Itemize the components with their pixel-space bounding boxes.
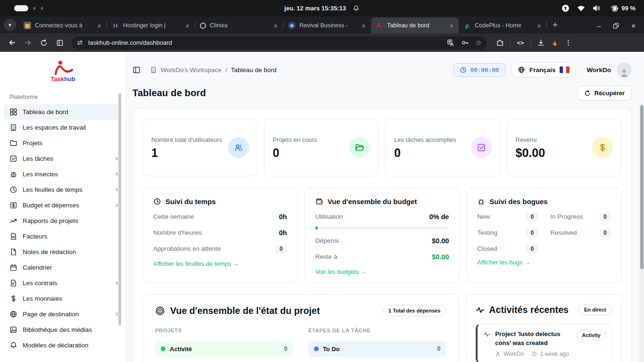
forward-button[interactable] — [21, 36, 35, 50]
reload-button[interactable] — [37, 36, 51, 50]
time-tracker-widget[interactable]: 00:00:00 — [453, 63, 505, 77]
stat-card-revenue: Revenu $0.00 — [507, 119, 622, 176]
tab-title: Connectez-vous à — [35, 22, 92, 29]
volume-icon[interactable] — [593, 5, 601, 12]
url-text[interactable]: taskhub-online.com/dashboard — [88, 39, 447, 46]
browser-tab[interactable]: ◉ Revival Business - × — [283, 17, 371, 33]
green-dot — [161, 346, 165, 351]
window-minimize-button[interactable]: – — [597, 22, 601, 30]
folder-icon — [9, 139, 17, 147]
tab-close-icon[interactable]: × — [272, 22, 279, 30]
browser-menu-icon[interactable] — [565, 39, 572, 46]
address-bar[interactable]: taskhub-online.com/dashboard ☆ — [72, 36, 487, 49]
flame-extension-icon[interactable] — [551, 39, 559, 47]
sidebar-item-bugs[interactable]: Les insectes — [0, 166, 126, 182]
sidebar-item-dashboard[interactable]: Tableau de bord — [4, 104, 122, 120]
sidebar-item-workspaces[interactable]: Les espaces de travail — [0, 120, 126, 135]
reading-mode-icon[interactable] — [53, 36, 67, 50]
user-name[interactable]: WorkDo — [586, 66, 611, 74]
password-key-icon[interactable] — [461, 39, 469, 47]
breadcrumb-workspace[interactable]: WorkDo's Workspace — [161, 66, 222, 74]
browser-tab-active[interactable]: Tableau de bord × — [371, 17, 459, 33]
bug-icon — [9, 170, 17, 178]
window-close-button[interactable]: × — [631, 22, 636, 30]
browser-tab-strip: ▼ ▣ Connectez-vous à × H Hostinger login… — [0, 16, 644, 33]
sidebar-item-currencies[interactable]: Les monnaies — [0, 291, 126, 306]
scrollbar-thumb[interactable] — [640, 105, 644, 269]
stat-card-tasks-done: Les tâches accomplies 0 — [385, 119, 501, 176]
app-logo[interactable]: Taskhub — [0, 52, 126, 85]
sidebar-toggle-icon[interactable] — [132, 66, 140, 74]
wifi-icon[interactable] — [577, 5, 585, 12]
image-icon — [9, 326, 17, 334]
window-restore-button[interactable] — [613, 23, 619, 29]
tab-title: Hostinger login | — [123, 22, 180, 29]
browser-tab[interactable]: ρ CodePlus - Home × — [459, 17, 546, 33]
language-selector[interactable]: Français — [511, 62, 577, 77]
refresh-icon — [584, 90, 591, 97]
timer-clock-icon — [460, 66, 467, 74]
blue-dot — [314, 346, 319, 351]
extensions-puzzle-icon[interactable] — [496, 39, 504, 47]
total-badge: 1 Total des dépenses — [383, 305, 446, 316]
view-budgets-link[interactable]: Voir les budgets → — [315, 268, 367, 275]
page-scrollbar[interactable] — [639, 104, 644, 362]
sidebar-item-budget[interactable]: Budget et dépenses — [0, 197, 126, 213]
logo-wordmark: Taskhub — [50, 75, 75, 82]
sidebar-item-calendar[interactable]: Calendrier — [0, 260, 126, 275]
file-icon — [9, 248, 17, 256]
back-button[interactable] — [5, 36, 19, 50]
tab-close-icon[interactable]: × — [360, 22, 367, 30]
sidebar-item-notification-templates[interactable]: Modèles de déclaration — [0, 337, 126, 353]
dashboard-panel: Nombre total d'utilisateurs 1 Projets en… — [132, 108, 632, 362]
tab-favicon — [376, 22, 383, 29]
battery-percent: 99 % — [621, 5, 636, 12]
sidebar-item-timesheets[interactable]: Les feuilles de temps — [0, 182, 126, 197]
tab-close-icon[interactable]: × — [448, 22, 455, 30]
target-icon — [155, 306, 165, 316]
view-timesheets-link[interactable]: Afficher les feuilles de temps → — [153, 260, 239, 267]
project-status-card: Vue d'ensemble de l'état du projet 1 Tot… — [142, 294, 459, 362]
downloads-icon[interactable] — [537, 39, 545, 47]
tab-close-icon[interactable]: × — [184, 22, 191, 30]
workspace-dot[interactable] — [33, 7, 36, 10]
translate-icon[interactable] — [447, 39, 454, 47]
sidebar-item-projects[interactable]: Projets — [0, 135, 126, 151]
browser-tab[interactable]: ▣ Connectez-vous à × — [19, 17, 107, 33]
sidebar-item-landing-page[interactable]: Page de destination — [0, 306, 126, 322]
browser-tab[interactable]: Clinixa × — [195, 17, 283, 33]
new-tab-button[interactable]: + — [553, 20, 558, 30]
bookmark-star-icon[interactable]: ☆ — [476, 39, 482, 47]
tab-search-button[interactable]: ▼ — [4, 19, 16, 31]
sidebar-item-contracts[interactable]: Les contrats — [0, 275, 126, 291]
project-status-row[interactable]: Activité 0 — [155, 341, 293, 357]
task-stage-row[interactable]: To Do 0 — [308, 341, 446, 357]
battery-charging-icon — [609, 5, 619, 12]
site-settings-icon[interactable] — [76, 39, 83, 46]
sidebar-item-media-library[interactable]: Bibliothèque des médias — [0, 322, 126, 337]
trending-up-icon — [9, 217, 17, 225]
workspace-building-icon — [150, 66, 157, 74]
budget-overview-card: Vue d'ensemble du budget Utilisation0% d… — [305, 188, 460, 283]
code-extension-icon[interactable]: <> — [517, 39, 524, 46]
tab-close-icon[interactable]: × — [536, 22, 543, 30]
sidebar-item-tasks[interactable]: Les tâches — [0, 151, 126, 166]
workspace-indicator[interactable] — [14, 5, 28, 11]
check-square-icon — [9, 155, 17, 163]
browser-toolbar: taskhub-online.com/dashboard ☆ <> — [0, 33, 644, 52]
refresh-button[interactable]: Récupérer — [577, 86, 632, 100]
sidebar-item-reports[interactable]: Rapports de projets — [0, 213, 126, 229]
user-avatar[interactable] — [617, 62, 632, 77]
workspace-dot[interactable] — [41, 7, 43, 10]
timer-value: 00:00:00 — [471, 66, 499, 74]
activity-list-item[interactable]: Project 'Iusto delectus cons' was create… — [476, 324, 612, 362]
stat-card-projects: Projets en cours 0 — [264, 119, 380, 176]
tab-close-icon[interactable]: × — [96, 22, 103, 30]
sidebar-item-notes[interactable]: Notes de rédaction — [0, 244, 126, 260]
sidebar-item-invoices[interactable]: Facteurs — [0, 229, 126, 244]
sidebar-scrollbar[interactable] — [118, 93, 121, 325]
software-update-icon[interactable] — [561, 4, 570, 12]
building-icon — [9, 123, 17, 132]
browser-tab[interactable]: H Hostinger login | × — [107, 17, 195, 33]
view-bugs-link[interactable]: Afficher les bugs → — [477, 259, 530, 266]
